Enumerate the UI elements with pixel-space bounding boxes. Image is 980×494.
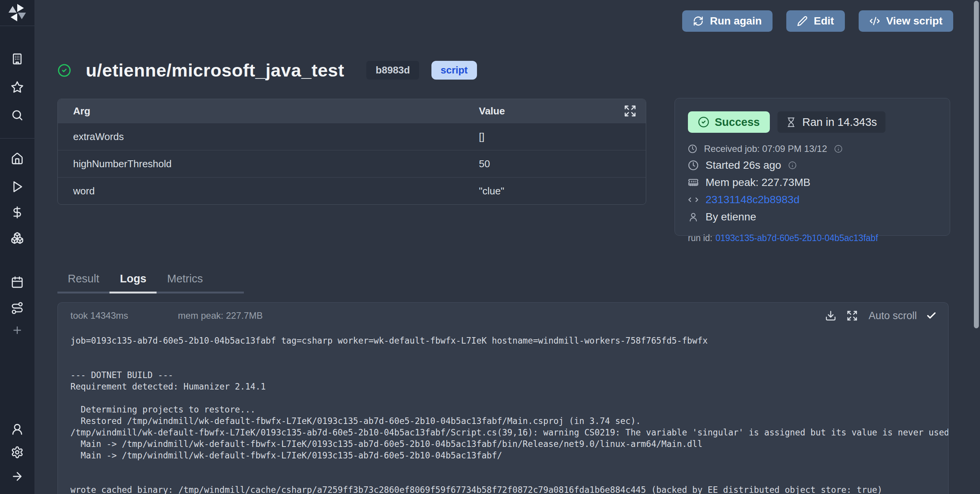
- status-badge: Success: [688, 111, 770, 133]
- code-icon: [869, 16, 880, 26]
- expand-args-button[interactable]: [624, 104, 637, 117]
- tab-bar: Result Logs Metrics: [57, 272, 244, 293]
- sidebar-item-resources[interactable]: [9, 230, 26, 246]
- home-icon: [11, 152, 24, 165]
- sidebar-item-variables[interactable]: [9, 204, 26, 221]
- success-check-icon: [57, 64, 71, 77]
- arg-value: []: [479, 131, 484, 143]
- version-hash-badge: b8983d: [366, 61, 419, 80]
- memory-stick-icon: [688, 177, 699, 188]
- run-id-row: run id:0193c135-ab7d-60e5-2b10-04b5ac13f…: [688, 233, 937, 243]
- pencil-icon: [797, 16, 808, 26]
- mem-peak-row: Mem peak: 227.73MB: [688, 176, 937, 189]
- check-icon: [926, 310, 937, 321]
- log-header: took 14343ms mem peak: 227.7MB Auto scro…: [58, 303, 948, 325]
- building-icon: [11, 52, 24, 65]
- started-row: Started 26s ago: [688, 159, 937, 171]
- refresh-icon: [693, 16, 704, 26]
- table-row: highNumberThreshold 50: [58, 150, 646, 177]
- sidebar-item-runs[interactable]: [9, 178, 26, 195]
- sidebar-item-favorites[interactable]: [9, 79, 26, 96]
- download-logs-button[interactable]: [825, 310, 836, 321]
- tab-logs[interactable]: Logs: [109, 272, 157, 293]
- search-icon: [11, 109, 24, 122]
- hourglass-icon: [786, 117, 796, 127]
- info-icon[interactable]: [834, 145, 843, 153]
- run-duration: Ran in 14.343s: [777, 111, 885, 133]
- tab-metrics[interactable]: Metrics: [157, 272, 213, 292]
- arg-column-header: Arg: [58, 105, 90, 117]
- table-row: word "clue": [58, 177, 646, 204]
- play-icon: [11, 180, 24, 193]
- view-script-button[interactable]: View script: [859, 10, 953, 32]
- tab-result[interactable]: Result: [57, 272, 109, 292]
- value-column-header: Value: [479, 105, 505, 117]
- dollar-icon: [11, 206, 24, 219]
- status-panel: Success Ran in 14.343s Received job: 07:…: [675, 98, 950, 236]
- plus-icon: [11, 324, 23, 336]
- log-duration: took 14343ms: [70, 310, 128, 321]
- clock-icon: [688, 144, 697, 153]
- sidebar-item-account[interactable]: [9, 421, 26, 438]
- boxes-icon: [11, 232, 24, 245]
- script-hash-row: 23131148c2b8983d: [688, 194, 937, 206]
- arrow-right-icon: [11, 470, 24, 483]
- sidebar-item-home[interactable]: [9, 150, 26, 167]
- toolbar: Run again Edit View script: [682, 10, 953, 32]
- title-row: u/etienne/microsoft_java_test b8983d scr…: [57, 60, 477, 81]
- author-row: By etienne: [688, 211, 937, 223]
- sidebar-item-search[interactable]: [9, 107, 26, 124]
- table-row: extraWords []: [58, 123, 646, 150]
- run-id-link[interactable]: 0193c135-ab7d-60e5-2b10-04b5ac13fabf: [715, 233, 878, 243]
- sidebar-item-settings[interactable]: [9, 444, 26, 461]
- sidebar-item-workspace[interactable]: [9, 51, 26, 67]
- run-id-label: run id:: [688, 233, 712, 243]
- run-duration-label: Ran in 14.343s: [802, 116, 877, 129]
- user-icon: [688, 212, 699, 222]
- expand-icon: [846, 310, 858, 321]
- view-script-label: View script: [886, 15, 942, 27]
- sidebar: [0, 0, 34, 494]
- script-kind-badge: script: [431, 61, 477, 80]
- edit-button[interactable]: Edit: [786, 10, 845, 32]
- args-table: Arg Value extraWords [] highNumberThresh…: [57, 99, 646, 205]
- windmill-logo-icon[interactable]: [7, 3, 27, 23]
- code-icon: [688, 194, 699, 205]
- arg-name: highNumberThreshold: [58, 158, 172, 170]
- route-icon: [11, 302, 24, 315]
- sidebar-item-flows[interactable]: [9, 300, 26, 316]
- log-output: job=0193c135-ab7d-60e5-2b10-04b5ac13fabf…: [58, 325, 948, 494]
- received-job-row: Received job: 07:09 PM 13/12: [688, 143, 937, 154]
- arg-value: "clue": [479, 185, 504, 197]
- sidebar-divider: [0, 138, 34, 139]
- app-root: Run again Edit View script u/etienne/mic…: [0, 0, 980, 494]
- auto-scroll-checkbox[interactable]: [926, 310, 937, 321]
- arg-value: 50: [479, 158, 490, 170]
- status-row: Success Ran in 14.343s: [688, 111, 937, 133]
- sidebar-divider: [0, 26, 34, 26]
- script-hash-link[interactable]: 23131148c2b8983d: [706, 194, 800, 206]
- circle-check-icon: [698, 116, 709, 128]
- expand-logs-button[interactable]: [846, 310, 858, 321]
- calendar-icon: [11, 276, 24, 289]
- sidebar-collapse-button[interactable]: [9, 468, 26, 485]
- log-mem-peak: mem peak: 227.7MB: [178, 310, 263, 321]
- page-scrollbar[interactable]: [974, 1, 979, 328]
- args-table-header: Arg Value: [58, 99, 646, 123]
- sidebar-item-create[interactable]: [9, 322, 26, 339]
- sidebar-item-schedules[interactable]: [9, 274, 26, 291]
- mem-peak-label: Mem peak: 227.73MB: [706, 176, 810, 189]
- status-label: Success: [715, 116, 760, 129]
- info-icon[interactable]: [788, 161, 797, 170]
- arg-name: word: [58, 185, 95, 197]
- received-job-label: Received job: 07:09 PM 13/12: [704, 143, 827, 154]
- run-again-button[interactable]: Run again: [682, 10, 772, 32]
- user-icon: [11, 423, 24, 436]
- gear-icon: [11, 446, 24, 459]
- arg-name: extraWords: [58, 131, 124, 143]
- page-title: u/etienne/microsoft_java_test: [86, 60, 344, 81]
- star-icon: [11, 81, 24, 94]
- clock-icon: [688, 160, 699, 171]
- auto-scroll-label: Auto scroll: [869, 310, 917, 322]
- author-label: By etienne: [706, 211, 756, 223]
